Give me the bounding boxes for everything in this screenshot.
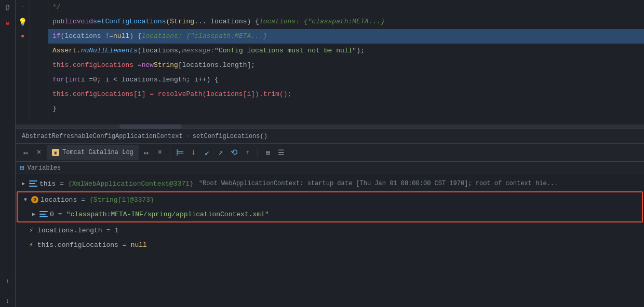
left-sidebar: @ ⊖ ↑ ↓ [0,0,16,307]
line-num-2 [30,29,48,44]
sidebar-btn-4[interactable]: ↓ [2,296,14,307]
sidebar-btn-3[interactable]: ↑ [2,276,14,287]
toolbar-close-left[interactable]: × [33,147,45,158]
toolbar-list[interactable]: ☰ [276,147,287,158]
gutter-icon-5 [16,73,30,87]
variables-title: Variables [27,164,61,172]
var-row-locations[interactable]: p locations = {String[1]@3373} [18,192,642,207]
scrollbar-thumb[interactable] [119,124,182,129]
line-num-7 [30,102,48,116]
toolbar-debug-3[interactable]: ↙ [202,147,213,158]
toolbar-sep-2 [258,147,258,158]
gutter-icon-2[interactable]: ● [16,29,30,44]
line-num-6 [30,87,48,102]
gutter-icon-3 [16,44,30,58]
expand-arrow-this[interactable] [20,180,27,187]
var-type-locations: {String[1]@3373} [89,196,154,204]
var-name-loc0: 0 [50,211,54,218]
code-line-1: public void setConfigLocations ( String … [48,15,644,29]
toolbar-debug-5[interactable]: ⟲ [229,147,240,158]
code-line-0: */ [48,0,644,15]
var-name-locations: locations [41,196,77,204]
gutter-icons: · 💡 ● [16,0,30,124]
gutter-icon-6 [16,87,30,102]
var-icon-loc0 [39,211,48,217]
toolbar-pin-left[interactable]: ↤ [20,147,31,158]
var-icon-locations: p [31,196,38,203]
line-numbers [30,0,48,124]
line-num-3 [30,44,48,58]
var-eq-loc0: = [58,211,62,218]
tab-icon: ▣ [52,149,59,156]
variables-list: this = {XmlWebApplicationContext@3371} "… [16,174,644,254]
variables-icon: ⊞ [20,163,24,172]
horizontal-scrollbar[interactable] [16,124,644,129]
var-eq-locations: = [81,196,85,204]
code-line-3: Assert . noNullElements (locations, mess… [48,44,644,58]
var-row-this-configlocations[interactable]: ⚡ this.configLocations = null [16,238,644,252]
gutter-icon-0: · [16,0,30,15]
line-num-1 [30,15,48,29]
var-name-llen: locations.length [37,227,102,234]
var-val-loc0: "classpath:META-INF/spring/applicationCo… [66,211,269,218]
var-val-llen: 1 [114,227,118,234]
var-val-tcl: null [131,241,147,249]
var-desc-this: "Root WebApplicationContext: startup dat… [199,180,558,187]
code-line-6: this .configLocations[i] = resolvePath(l… [48,87,644,102]
var-eq-llen: = [106,227,111,234]
var-eq-this: = [60,180,64,188]
var-icon-this [29,180,37,187]
var-name-tcl: this.configLocations [37,241,118,249]
toolbar-pin-right[interactable]: ↦ [141,147,152,158]
variables-header: ⊞ Variables [16,162,644,174]
toolbar-tab[interactable]: ▣ Tomcat Catalina Log [47,145,139,160]
expand-arrow-locations[interactable] [22,196,29,203]
code-line-5: for ( int i = 0 ; i < locations.length; … [48,73,644,87]
var-type-this: {XmlWebApplicationContext@3371} [68,180,194,188]
code-content: */ public void setConfigLocations ( Stri… [48,0,644,124]
var-row-this[interactable]: this = {XmlWebApplicationContext@3371} "… [16,176,644,191]
spark-icon-tcl: ⚡ [29,241,33,249]
toolbar-sep-1 [170,147,170,158]
code-editor: · 💡 ● [16,0,644,124]
breadcrumb-bar: AbstractRefreshableConfigApplicationCont… [16,129,644,143]
var-name-this: this [39,180,56,188]
var-eq-tcl: = [123,241,127,249]
tab-label: Tomcat Catalina Log [62,149,133,156]
gutter-icon-1[interactable]: 💡 [16,15,30,29]
var-row-locations-0[interactable]: 0 = "classpath:META-INF/spring/applicati… [18,207,642,221]
line-num-5 [30,73,48,87]
toolbar-debug-4[interactable]: ↗ [215,147,226,158]
gutter-icon-4 [16,58,30,73]
expand-arrow-loc0[interactable] [30,211,37,218]
sidebar-btn-2[interactable]: ⊖ [2,18,14,29]
code-line-2: if (locations != null ) { locations: {"c… [48,29,644,44]
toolbar-debug-6[interactable]: ⊤ [242,147,253,158]
content-area: · 💡 ● [16,0,644,307]
toolbar: ↤ × ▣ Tomcat Catalina Log ↦ × ⊨ ↓ ↙ ↗ ⟲ … [16,143,644,162]
breadcrumb-method: setConfigLocations() [193,133,267,140]
toolbar-grid[interactable]: ⊞ [262,147,274,158]
line-num-0 [30,0,48,15]
code-line-4: this .configLocations = new String [loca… [48,58,644,73]
line-num-4 [30,58,48,73]
var-row-locations-length[interactable]: ⚡ locations.length = 1 [16,223,644,238]
main-layout: @ ⊖ ↑ ↓ · 💡 ● [0,0,644,307]
variables-panel: ⊞ Variables this = {XmlWebApplicationCon… [16,162,644,307]
spark-icon-llen: ⚡ [29,226,33,234]
sidebar-btn-1[interactable]: @ [2,2,14,13]
gutter-icon-7 [16,102,30,116]
breadcrumb-sep: › [186,133,190,140]
toolbar-debug-2[interactable]: ↓ [188,147,199,158]
toolbar-debug-1[interactable]: ⊨ [175,147,186,158]
toolbar-close-right[interactable]: × [154,147,166,158]
code-line-7: } [48,102,644,116]
highlight-box: p locations = {String[1]@3373} 0 = "cla [17,191,643,222]
breadcrumb-class: AbstractRefreshableConfigApplicationCont… [22,133,183,140]
